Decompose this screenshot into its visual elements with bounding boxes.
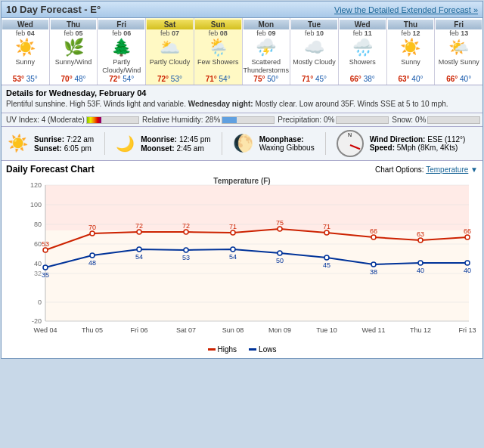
uv-indicator: UV Index: 4 (Moderate) [6, 116, 139, 124]
weather-icon-6: ☁️ [291, 37, 337, 58]
precip-bar-container [336, 116, 389, 124]
day-cell-9[interactable]: Fri feb 13 🌤️ Mostly Sunny 66° 40° [435, 18, 482, 85]
svg-point-39 [43, 265, 48, 270]
temp-low-6: 45° [315, 75, 327, 83]
day-date-9: feb 13 [436, 29, 482, 37]
day-name-8: Thu [404, 20, 417, 29]
day-name-3: Sat [164, 20, 176, 29]
details-section: Details for Wednesday, February 04 Plent… [2, 85, 482, 113]
moonset-time: 2:45 am [177, 144, 204, 153]
temp-low-5: 50° [267, 75, 278, 83]
svg-point-24 [278, 227, 282, 231]
svg-text:75: 75 [276, 219, 284, 227]
svg-text:80: 80 [34, 221, 42, 228]
sunrise-label: Sunrise: [34, 135, 64, 144]
temp-high-2: 72° [109, 75, 120, 83]
day-desc-7: Showers [340, 58, 386, 75]
day-name-1: Thu [67, 20, 80, 29]
temp-high-6: 71° [302, 75, 313, 83]
svg-text:48: 48 [88, 259, 96, 267]
compass-n: N [348, 132, 352, 137]
snow-bar-container [427, 116, 480, 124]
day-date-5: feb 09 [244, 29, 290, 37]
svg-text:54: 54 [229, 253, 237, 261]
day-desc-8: Sunny [388, 58, 434, 75]
chart-options-label: Chart Options: [375, 165, 424, 174]
day-cell-6[interactable]: Tue feb 10 ☁️ Mostly Cloudy 71° 45° [290, 18, 339, 85]
moon-icon: 🌙 [116, 134, 135, 153]
svg-text:Tue 10: Tue 10 [316, 326, 337, 334]
day-header-4: Sun [195, 20, 241, 29]
wind-speed-value: 5Mph (8Km, 4Kts) [397, 144, 458, 152]
svg-point-45 [324, 255, 329, 260]
chart-options: Chart Options: Temperature ▼ [375, 165, 478, 174]
day-cell-1[interactable]: Thu feb 05 🌿 Sunny/Wind 70° 48° [50, 18, 98, 85]
weather-icon-7: 🌧️ [340, 37, 386, 58]
day-temps-6: 71° 45° [291, 75, 337, 83]
svg-point-26 [371, 235, 376, 239]
uv-bar [87, 117, 101, 123]
svg-point-42 [184, 248, 188, 252]
weather-icon-0: ☀️ [2, 37, 48, 58]
svg-point-41 [137, 247, 141, 252]
day-desc-6: Mostly Cloudy [291, 58, 337, 75]
day-header-3: Sat [147, 20, 193, 29]
day-temps-2: 72° 54° [98, 75, 144, 83]
svg-text:60: 60 [34, 240, 42, 248]
sun-moon-row: ☀️ Sunrise: 7:22 am Sunset: 6:05 pm 🌙 Mo… [2, 127, 482, 161]
weather-icon-1: 🌿 [51, 37, 97, 58]
svg-text:53: 53 [42, 240, 49, 248]
temp-high-4: 71° [206, 75, 217, 83]
temp-high-7: 66° [350, 75, 361, 83]
chart-options-link[interactable]: Temperature [426, 165, 468, 174]
day-cell-0[interactable]: Wed feb 04 ☀️ Sunny 53° 35° [2, 18, 50, 85]
day-header-1: Thu [51, 20, 97, 29]
temp-low-4: 54° [219, 75, 231, 83]
compass-needle [349, 144, 360, 150]
moonphase-value: Waxing Gibbous [259, 144, 315, 152]
day-temps-7: 66° 38° [340, 75, 386, 83]
day-desc-9: Mostly Sunny [436, 58, 482, 75]
svg-text:Wed 11: Wed 11 [362, 326, 386, 334]
compass: N [337, 130, 364, 157]
day-desc-4: Few Showers [195, 58, 241, 75]
svg-text:38: 38 [370, 268, 377, 276]
detailed-forecast-link[interactable]: View the Detailed Extended Forecast » [334, 5, 478, 14]
svg-text:45: 45 [323, 261, 330, 269]
day-name-0: Wed [17, 20, 33, 29]
temp-high-0: 53° [13, 75, 24, 83]
legend-high-color [208, 348, 216, 351]
sunset-time: 6:05 pm [64, 144, 92, 153]
details-night-label: Wednesday night: [188, 100, 253, 108]
indicators-row: UV Index: 4 (Moderate) Relative Humidity… [2, 113, 482, 127]
divider1 [104, 132, 105, 155]
day-cell-2[interactable]: Fri feb 06 🌲 Partly Cloudy/Wind 72° 54° [98, 18, 146, 85]
legend-high-label: Highs [218, 345, 237, 354]
svg-text:63: 63 [417, 230, 424, 238]
day-date-1: feb 05 [51, 29, 97, 37]
svg-text:120: 120 [30, 181, 42, 189]
temp-low-3: 53° [171, 75, 182, 83]
chart-header: Daily Forecast Chart Chart Options: Temp… [6, 164, 478, 175]
temp-high-1: 70° [61, 75, 73, 83]
day-date-3: feb 07 [147, 29, 193, 37]
moonphase-info: Moonphase: Waxing Gibbous [259, 135, 315, 152]
day-cell-3[interactable]: Sat feb 07 🌥️ Partly Cloudy 72° 53° [146, 18, 194, 85]
uv-label: UV Index: 4 (Moderate) [6, 116, 85, 124]
day-cell-4[interactable]: Sun feb 08 🌦️ Few Showers 71° 54° [194, 18, 243, 85]
day-cell-8[interactable]: Thu feb 12 ☀️ Sunny 63° 40° [387, 18, 436, 85]
day-name-2: Fri [116, 20, 126, 29]
day-cell-5[interactable]: Mon feb 09 ⛈️ Scattered Thunderstorms 75… [243, 18, 291, 85]
moonrise-item: Moonrise: 12:45 pm [141, 135, 210, 144]
day-header-6: Tue [291, 20, 337, 29]
svg-text:66: 66 [370, 227, 377, 235]
day-cell-7[interactable]: Wed feb 11 🌧️ Showers 66° 38° [339, 18, 387, 85]
day-date-8: feb 12 [388, 29, 434, 37]
svg-text:Thu 12: Thu 12 [410, 326, 431, 334]
day-temps-9: 66° 40° [436, 75, 482, 83]
day-date-6: feb 10 [291, 29, 337, 37]
details-night-text: Mostly clear. Low around 35F. Winds SSE … [255, 100, 448, 108]
chart-options-arrow[interactable]: ▼ [470, 165, 478, 174]
moonset-item: Moonset: 2:45 am [141, 144, 210, 153]
svg-point-47 [418, 261, 423, 265]
